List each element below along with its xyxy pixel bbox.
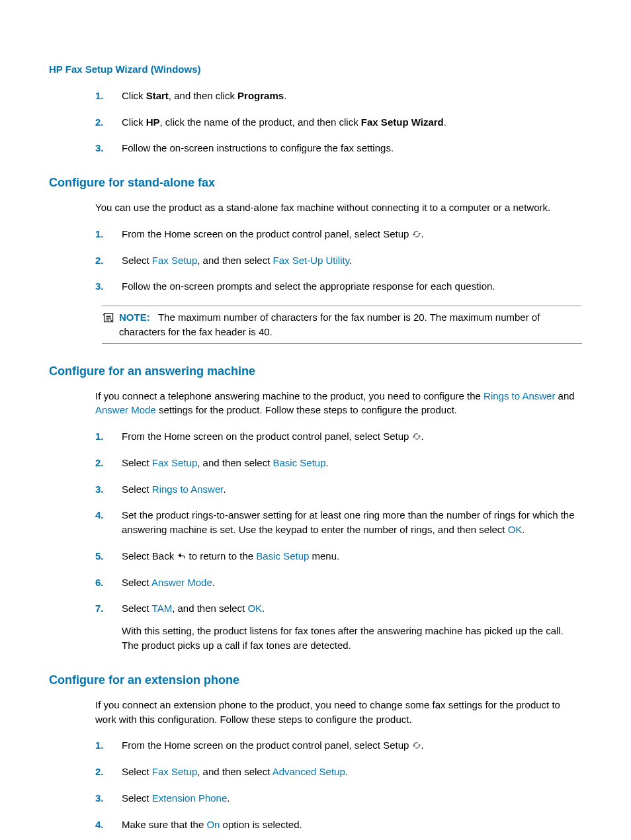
step-text: Select Fax Setup, and then select Basic … (122, 457, 329, 468)
step-text: Select Answer Mode. (122, 577, 215, 588)
step-number: 5. (95, 549, 104, 564)
step-number: 3. (95, 791, 104, 806)
step-number: 6. (95, 575, 104, 590)
step-text: Select Back to return to the Basic Setup… (122, 550, 339, 562)
back-icon (177, 550, 186, 560)
step-text: Select Rings to Answer. (122, 483, 226, 495)
step-text: Set the product rings-to-answer setting … (122, 509, 575, 535)
heading-extension-phone: Configure for an extension phone (49, 671, 582, 689)
step-text: Follow the on-screen prompts and select … (122, 280, 495, 292)
step-number: 1. (95, 227, 104, 241)
setup-icon (412, 739, 421, 749)
steps-wizard: 1. Click Start, and then click Programs.… (95, 89, 582, 155)
intro-text: You can use the product as a stand-alone… (95, 200, 582, 215)
step-number: 1. (95, 738, 104, 753)
step-number: 3. (95, 279, 104, 294)
step-text: Select TAM, and then select OK. (122, 603, 265, 614)
heading-stand-alone-fax: Configure for stand-alone fax (49, 174, 582, 191)
step-number: 2. (95, 456, 104, 470)
steps-standalone: 1. From the Home screen on the product c… (95, 227, 582, 294)
steps-answering: 1. From the Home screen on the product c… (95, 429, 582, 653)
note-text: NOTE: The maximum number of characters f… (119, 310, 582, 339)
intro-text: If you connect an extension phone to the… (95, 698, 582, 727)
step-number: 1. (95, 89, 104, 103)
step-number: 4. (95, 508, 104, 523)
heading-answering-machine: Configure for an answering machine (49, 362, 582, 380)
step-text: Select Extension Phone. (122, 792, 230, 804)
step-text: Follow the on-screen instructions to con… (122, 142, 394, 153)
step-number: 7. (95, 601, 104, 616)
step-number: 2. (95, 765, 104, 779)
note-box: NOTE: The maximum number of characters f… (102, 306, 582, 344)
step-number: 4. (95, 818, 104, 832)
setup-icon (412, 431, 421, 440)
step-text: From the Home screen on the product cont… (122, 228, 424, 239)
setup-icon (412, 228, 421, 237)
step-after-text: With this setting, the product listens f… (122, 624, 582, 653)
step-text: Select Fax Setup, and then select Advanc… (122, 766, 348, 777)
step-text: Click HP, click the name of the product,… (122, 116, 446, 128)
step-number: 3. (95, 141, 104, 155)
step-text: Select Fax Setup, and then select Fax Se… (122, 255, 352, 266)
step-number: 1. (95, 429, 104, 444)
step-text: From the Home screen on the product cont… (122, 739, 424, 751)
page: HP Fax Setup Wizard (Windows) 1. Click S… (0, 0, 631, 840)
step-text: From the Home screen on the product cont… (122, 431, 424, 442)
step-text: Make sure that the On option is selected… (122, 819, 302, 830)
step-number: 3. (95, 482, 104, 497)
heading-hp-fax-setup-wizard: HP Fax Setup Wizard (Windows) (49, 62, 582, 77)
step-number: 2. (95, 253, 104, 268)
note-icon (102, 312, 116, 323)
step-number: 2. (95, 115, 104, 130)
steps-extension: 1. From the Home screen on the product c… (95, 738, 582, 840)
step-text: Click Start, and then click Programs. (122, 90, 286, 101)
intro-text: If you connect a telephone answering mac… (95, 389, 582, 418)
